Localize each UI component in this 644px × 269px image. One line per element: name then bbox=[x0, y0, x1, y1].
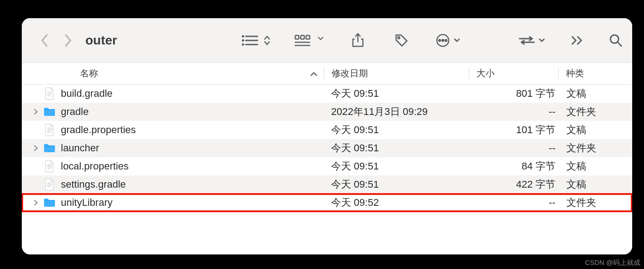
file-name: build.gradle bbox=[61, 88, 113, 100]
file-date: 今天 09:51 bbox=[324, 178, 469, 191]
table-row[interactable]: unityLibrary今天 09:52--文件夹 bbox=[22, 194, 632, 212]
file-kind: 文稿 bbox=[559, 159, 632, 173]
table-row[interactable]: local.properties今天 09:5184 字节文稿 bbox=[22, 157, 632, 175]
watermark: CSDN @码上就成 bbox=[585, 259, 640, 267]
file-date: 2022年11月3日 09:29 bbox=[324, 105, 469, 119]
svg-point-2 bbox=[242, 39, 244, 41]
folder-icon bbox=[43, 105, 56, 119]
svg-rect-6 bbox=[295, 35, 299, 39]
file-date: 今天 09:51 bbox=[324, 87, 469, 100]
sort-indicator-icon bbox=[310, 68, 317, 79]
disclosure-triangle-icon[interactable] bbox=[32, 199, 40, 207]
file-name: unityLibrary bbox=[61, 197, 113, 209]
sync-button[interactable] bbox=[515, 30, 548, 50]
file-kind: 文件夹 bbox=[559, 105, 632, 119]
column-header-name[interactable]: 名称 bbox=[22, 67, 324, 80]
svg-point-14 bbox=[439, 40, 441, 41]
file-date: 今天 09:51 bbox=[324, 159, 469, 173]
file-name: settings.gradle bbox=[61, 179, 126, 190]
column-header-date[interactable]: 修改日期 bbox=[324, 67, 469, 80]
back-button[interactable] bbox=[35, 30, 54, 50]
file-list: build.gradle今天 09:51801 字节文稿 gradle2022年… bbox=[22, 85, 632, 212]
file-size: 84 字节 bbox=[469, 159, 559, 173]
table-row[interactable]: settings.gradle今天 09:51422 字节文稿 bbox=[22, 175, 632, 194]
file-kind: 文件夹 bbox=[559, 141, 632, 155]
file-date: 今天 09:52 bbox=[324, 196, 469, 209]
column-header-kind[interactable]: 种类 bbox=[559, 67, 632, 80]
table-row[interactable]: gradle2022年11月3日 09:29--文件夹 bbox=[22, 103, 632, 121]
document-icon bbox=[43, 87, 56, 100]
svg-point-15 bbox=[442, 40, 444, 41]
actions-button[interactable] bbox=[431, 30, 464, 50]
file-kind: 文件夹 bbox=[559, 196, 632, 209]
svg-point-0 bbox=[242, 35, 244, 37]
file-name: launcher bbox=[61, 142, 99, 154]
svg-rect-8 bbox=[306, 35, 310, 39]
file-name: gradle bbox=[61, 106, 89, 118]
search-button[interactable] bbox=[608, 30, 624, 50]
file-size: 422 字节 bbox=[469, 178, 559, 191]
document-icon bbox=[43, 159, 56, 173]
forward-button[interactable] bbox=[58, 30, 78, 50]
toolbar-tools bbox=[238, 30, 624, 50]
file-kind: 文稿 bbox=[559, 123, 632, 137]
file-size: -- bbox=[469, 142, 559, 154]
svg-line-20 bbox=[618, 42, 621, 46]
svg-rect-7 bbox=[301, 35, 304, 39]
file-name: local.properties bbox=[61, 160, 129, 172]
file-size: -- bbox=[469, 197, 559, 209]
file-size: 101 字节 bbox=[469, 123, 559, 137]
table-row[interactable]: build.gradle今天 09:51801 字节文稿 bbox=[22, 85, 632, 103]
view-list-button[interactable] bbox=[238, 30, 273, 50]
toolbar: outer bbox=[22, 18, 632, 63]
window-title: outer bbox=[85, 33, 117, 48]
table-row[interactable]: launcher今天 09:51--文件夹 bbox=[22, 139, 632, 157]
folder-icon bbox=[43, 196, 56, 209]
overflow-button[interactable] bbox=[564, 30, 591, 50]
finder-window: outer bbox=[22, 18, 632, 254]
disclosure-triangle-icon[interactable] bbox=[32, 108, 40, 116]
tags-button[interactable] bbox=[388, 30, 415, 50]
file-size: 801 字节 bbox=[469, 87, 559, 100]
column-header-size[interactable]: 大小 bbox=[469, 67, 558, 80]
column-headers: 名称 修改日期 大小 种类 bbox=[22, 63, 632, 85]
svg-point-16 bbox=[445, 40, 447, 41]
document-icon bbox=[43, 123, 56, 137]
file-size: -- bbox=[469, 106, 559, 118]
file-name: gradle.properties bbox=[61, 124, 136, 136]
svg-point-12 bbox=[398, 36, 400, 38]
disclosure-triangle-icon[interactable] bbox=[32, 144, 40, 152]
table-row[interactable]: gradle.properties今天 09:51101 字节文稿 bbox=[22, 121, 632, 139]
file-kind: 文稿 bbox=[559, 87, 632, 100]
share-button[interactable] bbox=[344, 30, 372, 50]
svg-point-4 bbox=[242, 43, 244, 45]
file-date: 今天 09:51 bbox=[324, 141, 469, 155]
group-button[interactable] bbox=[290, 30, 328, 50]
document-icon bbox=[43, 178, 56, 191]
folder-icon bbox=[43, 141, 56, 155]
file-date: 今天 09:51 bbox=[324, 123, 469, 137]
file-kind: 文稿 bbox=[559, 178, 632, 191]
